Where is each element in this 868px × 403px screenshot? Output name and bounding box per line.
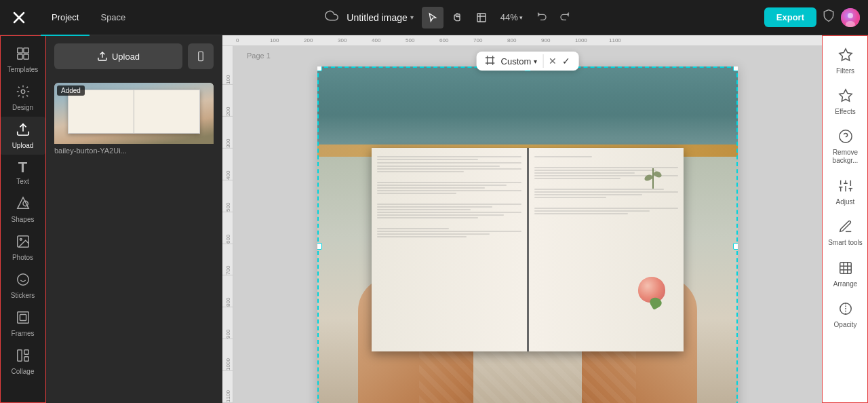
sidebar-item-templates[interactable]: Templates — [0, 41, 45, 79]
added-badge: Added — [57, 85, 85, 96]
cloud-icon[interactable] — [325, 9, 338, 26]
photos-label: Photos — [12, 254, 33, 261]
tab-group: Project Space — [41, 8, 136, 26]
svg-rect-20 — [17, 350, 21, 362]
redo-button[interactable] — [554, 7, 576, 28]
collage-icon — [16, 348, 31, 365]
sidebar-item-text[interactable]: T Text — [0, 155, 45, 191]
sidebar-item-shapes[interactable]: Shapes — [0, 191, 45, 229]
svg-rect-2 — [477, 14, 486, 22]
crop-tool[interactable] — [471, 7, 492, 28]
svg-rect-6 — [17, 48, 22, 53]
svg-point-15 — [17, 274, 28, 286]
effects-label: Effects — [835, 108, 855, 115]
logo[interactable] — [8, 7, 30, 28]
title-group[interactable]: Untitled image ▾ — [347, 12, 414, 23]
text-icon: T — [18, 160, 27, 175]
shapes-icon — [16, 196, 31, 213]
crop-type-button[interactable]: Custom ▾ — [501, 56, 538, 66]
zoom-control[interactable]: 44% ▾ — [495, 9, 528, 25]
page-label: Page 1 — [247, 52, 271, 60]
svg-rect-22 — [24, 357, 28, 361]
arrange-icon — [838, 261, 853, 277]
document-title: Untitled image — [347, 12, 408, 23]
collage-label: Collage — [12, 368, 35, 375]
zoom-value: 44% — [500, 12, 518, 22]
remove-bg-icon — [838, 129, 853, 146]
canvas-page — [317, 66, 738, 403]
svg-point-14 — [20, 238, 22, 240]
sidebar-item-design[interactable]: Design — [0, 79, 45, 117]
ruler-top: 0 100 200 300 400 500 600 700 800 900 10… — [222, 35, 822, 46]
select-tool[interactable] — [422, 7, 443, 28]
panel-header: Upload — [46, 35, 222, 77]
arrange-label: Arrange — [833, 280, 858, 288]
canvas-viewport[interactable]: Page 1 Custom ▾ ✕ ✓ — [233, 46, 822, 403]
right-tool-opacity[interactable]: Opacity — [823, 294, 868, 335]
mobile-button[interactable] — [188, 43, 214, 69]
opacity-icon — [838, 301, 853, 318]
ruler-left: 100 200 300 400 500 600 700 800 900 1000… — [222, 46, 233, 403]
crop-confirm-button[interactable]: ✓ — [562, 56, 570, 66]
filters-label: Filters — [836, 67, 854, 75]
sidebar-item-photos[interactable]: Photos — [0, 229, 45, 267]
stickers-label: Stickers — [11, 292, 35, 299]
effects-icon — [838, 88, 853, 105]
title-chevron: ▾ — [410, 14, 414, 21]
right-tool-arrange[interactable]: Arrange — [823, 254, 868, 294]
crop-cancel-button[interactable]: ✕ — [549, 56, 557, 66]
toolbar-tools: 44% ▾ — [422, 7, 576, 28]
sidebar-icons: Templates Design Upload T Text — [0, 35, 46, 403]
shield-icon[interactable] — [822, 9, 835, 26]
svg-rect-19 — [20, 314, 26, 320]
svg-rect-38 — [840, 263, 851, 274]
sidebar-item-frames[interactable]: Frames — [0, 305, 45, 343]
main-layout: Templates Design Upload T Text — [0, 35, 868, 403]
frames-label: Frames — [12, 330, 35, 337]
undo-button[interactable] — [531, 7, 553, 28]
svg-rect-8 — [17, 54, 22, 59]
smart-tools-label: Smart tools — [828, 239, 863, 247]
top-center: Untitled image ▾ 44% — [142, 7, 758, 28]
canvas-area: 0 100 200 300 400 500 600 700 800 900 10… — [222, 35, 822, 403]
sidebar-item-collage[interactable]: Collage — [0, 343, 45, 381]
left-panel: Upload Added bai — [46, 35, 222, 403]
shapes-label: Shapes — [12, 216, 35, 223]
right-tool-adjust[interactable]: Adjust — [823, 172, 868, 212]
svg-rect-7 — [23, 48, 28, 53]
media-thumbnail: Added — [54, 83, 214, 144]
svg-rect-18 — [17, 312, 28, 324]
design-label: Design — [12, 104, 33, 111]
sidebar-item-stickers[interactable]: Stickers — [0, 267, 45, 305]
canvas-body: 100 200 300 400 500 600 700 800 900 1000… — [222, 46, 822, 403]
export-button[interactable]: Export — [764, 7, 816, 27]
crop-divider — [542, 54, 543, 68]
text-label: Text — [16, 178, 28, 185]
svg-rect-9 — [23, 54, 28, 59]
crop-chevron: ▾ — [534, 58, 537, 65]
right-tool-filters[interactable]: Filters — [823, 41, 868, 81]
svg-rect-21 — [24, 350, 28, 354]
tab-project[interactable]: Project — [41, 8, 90, 26]
hand-tool[interactable] — [446, 7, 468, 28]
smart-tools-icon — [838, 219, 853, 236]
filters-icon — [838, 47, 853, 64]
top-right: Export — [764, 7, 860, 27]
templates-label: Templates — [7, 66, 39, 73]
stickers-icon — [16, 272, 31, 289]
tab-space[interactable]: Space — [90, 8, 136, 26]
svg-point-4 — [848, 13, 853, 18]
right-tool-smart-tools[interactable]: Smart tools — [823, 212, 868, 254]
right-tool-effects[interactable]: Effects — [823, 81, 868, 122]
templates-icon — [16, 46, 31, 63]
right-tool-remove-bg[interactable]: Remove backgr... — [823, 122, 868, 172]
upload-button[interactable]: Upload — [54, 43, 182, 69]
zoom-chevron: ▾ — [519, 14, 523, 21]
sidebar-item-upload[interactable]: Upload — [0, 117, 45, 155]
adjust-icon — [838, 178, 853, 195]
avatar[interactable] — [841, 8, 860, 27]
upload-label: Upload — [12, 142, 34, 149]
list-item[interactable]: Added bailey-burton-YA2Ui... — [54, 83, 214, 155]
right-panel: Filters Effects Remove backgr... — [822, 35, 868, 403]
svg-marker-27 — [839, 90, 851, 101]
